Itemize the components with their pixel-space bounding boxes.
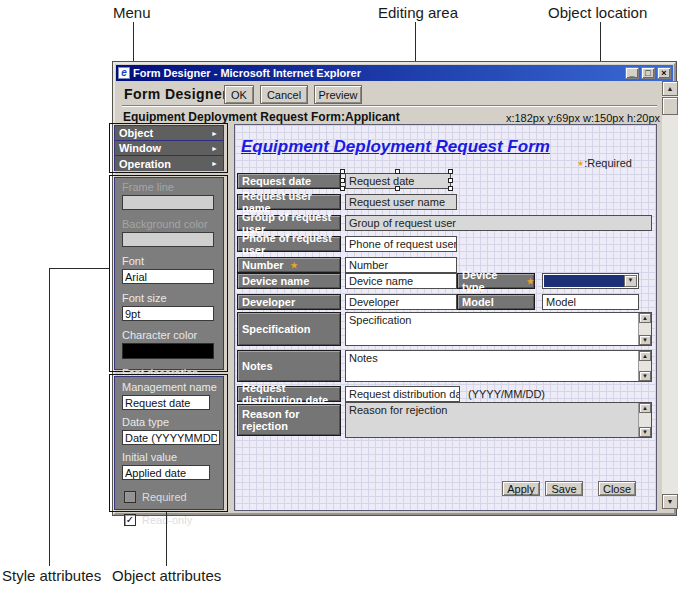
ok-button[interactable]: OK bbox=[224, 85, 254, 104]
label-reason-for-rejection[interactable]: Reason for rejection bbox=[237, 404, 341, 436]
window-title: Form Designer - Microsoft Internet Explo… bbox=[133, 67, 623, 79]
textarea-scrollbar[interactable]: ▲ ▼ bbox=[638, 313, 651, 345]
textarea-scrollbar[interactable]: ▲ ▼ bbox=[638, 351, 651, 381]
label-model[interactable]: Model bbox=[457, 294, 535, 310]
annotation-object-location: Object location bbox=[548, 4, 647, 21]
form-path: Equipment Deployment Request Form:Applic… bbox=[123, 110, 400, 124]
label-developer[interactable]: Developer bbox=[237, 294, 341, 310]
field-request-distribution-date[interactable]: Request distribution date bbox=[345, 386, 460, 402]
selection-handle[interactable] bbox=[395, 169, 400, 174]
font-input[interactable] bbox=[122, 269, 214, 284]
minimize-button[interactable]: _ bbox=[625, 67, 639, 79]
field-reason-for-rejection[interactable]: Reason for rejection ▲ ▼ bbox=[345, 402, 652, 438]
data-type-label: Data type bbox=[122, 416, 223, 428]
background-color-label: Background color bbox=[122, 218, 223, 230]
label-request-date[interactable]: Request date bbox=[237, 173, 341, 189]
field-developer[interactable]: Developer bbox=[345, 294, 457, 310]
device-type-dropdown[interactable]: ▼ bbox=[542, 273, 639, 289]
initial-value-input[interactable] bbox=[122, 465, 210, 480]
label-device-name[interactable]: Device name bbox=[237, 273, 341, 289]
object-attributes-panel: Management name Data type Initial value … bbox=[114, 376, 224, 510]
dropdown-arrow-icon[interactable]: ▼ bbox=[624, 275, 637, 287]
scroll-up-icon[interactable]: ▲ bbox=[662, 81, 678, 96]
annotation-editing-area: Editing area bbox=[378, 4, 458, 21]
selection-handle[interactable] bbox=[448, 178, 453, 183]
selection-handle[interactable] bbox=[395, 186, 400, 191]
scrollbar-thumb[interactable] bbox=[662, 97, 678, 115]
field-device-name[interactable]: Device name bbox=[345, 273, 457, 289]
annotation-menu: Menu bbox=[113, 4, 151, 21]
internet-explorer-icon: e bbox=[118, 67, 130, 79]
field-number[interactable]: Number bbox=[345, 257, 457, 273]
field-phone-of-request-user[interactable]: Phone of request user bbox=[345, 236, 457, 252]
menu-item-window[interactable]: Window► bbox=[115, 141, 223, 156]
label-phone-of-request-user[interactable]: Phone of request user bbox=[237, 236, 341, 252]
label-group-of-request-user[interactable]: Group of request user bbox=[237, 215, 341, 231]
style-attributes-panel: Frame line Background color Font Font si… bbox=[114, 177, 224, 370]
cancel-button[interactable]: Cancel bbox=[260, 85, 308, 104]
save-button[interactable]: Save bbox=[545, 481, 583, 496]
canvas-form-title[interactable]: Equipment Deployment Request Form bbox=[241, 137, 550, 157]
font-size-input[interactable] bbox=[122, 306, 214, 321]
screenshot: Menu Editing area Object location e Form… bbox=[0, 0, 683, 593]
field-request-user-name[interactable]: Request user name bbox=[345, 194, 457, 210]
selection-handle[interactable] bbox=[340, 178, 345, 183]
close-button[interactable]: × bbox=[657, 67, 671, 79]
field-notes[interactable]: Notes ▲ ▼ bbox=[345, 350, 652, 382]
scroll-down-icon[interactable]: ▼ bbox=[662, 494, 678, 509]
object-attributes-leader-line bbox=[166, 512, 167, 566]
selection-handle[interactable] bbox=[340, 186, 345, 191]
scroll-up-icon[interactable]: ▲ bbox=[639, 351, 651, 361]
object-location-readout: x:182px y:69px w:150px h:20px bbox=[505, 112, 660, 124]
frame-line-input bbox=[122, 195, 214, 210]
field-model[interactable]: Model bbox=[542, 294, 639, 310]
frame-line-label: Frame line bbox=[122, 181, 223, 193]
selection-handle[interactable] bbox=[340, 169, 345, 174]
field-group-of-request-user[interactable]: Group of request user bbox=[345, 215, 652, 231]
management-name-label: Management name bbox=[122, 381, 223, 393]
label-request-user-name[interactable]: Request user name bbox=[237, 194, 341, 210]
preview-button[interactable]: Preview bbox=[314, 85, 362, 104]
required-checkbox-row: Required bbox=[124, 491, 223, 503]
required-star-icon: ★ bbox=[527, 277, 534, 286]
menu-panel: Object► Window► Operation► bbox=[114, 125, 224, 171]
scroll-down-icon[interactable]: ▼ bbox=[639, 335, 651, 345]
field-specification[interactable]: Specification ▲ ▼ bbox=[345, 312, 652, 346]
apply-button[interactable]: Apply bbox=[502, 481, 540, 496]
dropdown-selection bbox=[544, 275, 624, 287]
management-name-input[interactable] bbox=[122, 395, 210, 410]
scroll-up-icon[interactable]: ▲ bbox=[639, 403, 651, 413]
menu-item-operation[interactable]: Operation► bbox=[115, 156, 223, 171]
scroll-down-icon[interactable]: ▼ bbox=[639, 427, 651, 437]
editing-canvas[interactable]: Equipment Deployment Request Form ★:Requ… bbox=[234, 124, 657, 511]
menu-item-object[interactable]: Object► bbox=[115, 126, 223, 141]
label-device-type[interactable]: Device type★ bbox=[457, 273, 535, 289]
character-color-swatch[interactable] bbox=[122, 343, 214, 359]
browser-scrollbar[interactable]: ▲ ▼ bbox=[662, 81, 678, 509]
selection-handle[interactable] bbox=[448, 186, 453, 191]
close-form-button[interactable]: Close bbox=[598, 481, 636, 496]
label-number[interactable]: Number★ bbox=[237, 257, 341, 273]
readonly-checkbox-label: Read-only bbox=[142, 514, 192, 526]
label-specification[interactable]: Specification bbox=[237, 312, 341, 346]
selection-handle[interactable] bbox=[448, 169, 453, 174]
font-size-label: Font size bbox=[122, 292, 223, 304]
annotation-object-attributes: Object attributes bbox=[112, 567, 221, 584]
required-checkbox[interactable] bbox=[124, 491, 136, 503]
required-legend: ★:Required bbox=[577, 157, 632, 169]
readonly-checkbox[interactable]: ✓ bbox=[124, 514, 136, 526]
scroll-up-icon[interactable]: ▲ bbox=[639, 313, 651, 323]
scroll-down-icon[interactable]: ▼ bbox=[639, 371, 651, 381]
window-titlebar[interactable]: e Form Designer - Microsoft Internet Exp… bbox=[116, 65, 673, 81]
label-notes[interactable]: Notes bbox=[237, 350, 341, 382]
data-type-input[interactable] bbox=[122, 430, 220, 445]
style-attributes-leader-line bbox=[49, 268, 50, 566]
submenu-arrow-icon: ► bbox=[211, 130, 218, 137]
toolbar-separator bbox=[122, 105, 657, 107]
maximize-button[interactable]: □ bbox=[641, 67, 655, 79]
readonly-checkbox-row: ✓ Read-only bbox=[124, 514, 223, 526]
submenu-arrow-icon: ► bbox=[211, 145, 218, 152]
label-request-distribution-date[interactable]: Request distribution date bbox=[237, 386, 341, 402]
date-format-hint: (YYYY/MM/DD) bbox=[468, 388, 545, 400]
textarea-scrollbar[interactable]: ▲ ▼ bbox=[638, 403, 651, 437]
